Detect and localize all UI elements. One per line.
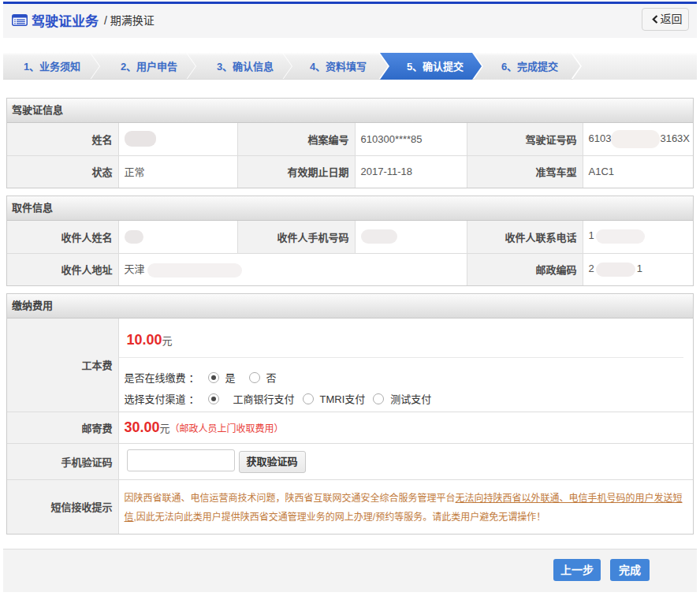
svg-text:6、完成提交: 6、完成提交 <box>501 61 558 73</box>
svg-text:2、用户申告: 2、用户申告 <box>121 61 177 73</box>
svg-text:4、资料填写: 4、资料填写 <box>310 61 367 73</box>
svg-text:1、业务须知: 1、业务须知 <box>24 61 80 73</box>
svg-text:5、确认提交: 5、确认提交 <box>407 61 464 73</box>
svg-text:3、确认信息: 3、确认信息 <box>217 61 274 73</box>
